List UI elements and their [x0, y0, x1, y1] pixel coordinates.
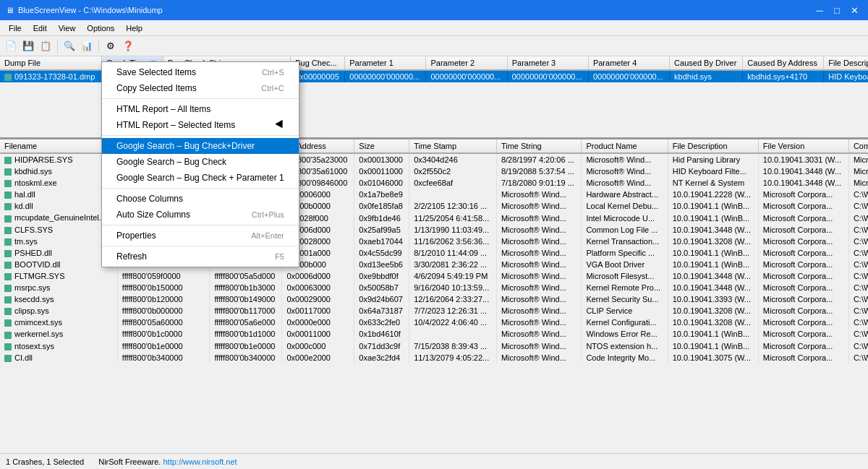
module-cell-5: 4/6/2094 5:49:19 PM — [409, 270, 497, 282]
context-menu-item[interactable]: RefreshF5 — [102, 249, 299, 264]
module-cell-4: 0x25af99a5 — [354, 224, 409, 236]
module-cell-4: 0x64a73187 — [354, 305, 409, 317]
crash-col-dump-file[interactable]: Dump File — [0, 56, 102, 70]
crash-col-parameter-3[interactable]: Parameter 3 — [507, 56, 588, 70]
module-cell-0: ksecdd.sys — [0, 293, 117, 305]
table-row[interactable]: ntosext.sysfffff800'0b1e0000fffff800'0b1… — [0, 340, 868, 352]
toolbar-help[interactable]: ❓ — [120, 38, 136, 54]
module-file-icon — [4, 343, 12, 350]
crash-col-parameter-1[interactable]: Parameter 1 — [345, 56, 426, 70]
menu-file[interactable]: File — [3, 20, 27, 36]
module-cell-3: 0x00117000 — [282, 305, 354, 317]
crash-cell-8: kbdhid.sys — [670, 70, 743, 82]
status-url[interactable]: http://www.nirsoft.net — [163, 457, 237, 466]
module-file-icon — [4, 238, 12, 246]
crash-col-file-description[interactable]: File Description — [824, 56, 868, 70]
module-cell-8: 10.0.19041.1 (WinB... — [668, 259, 758, 270]
menu-help[interactable]: Help — [120, 20, 148, 36]
module-cell-4: 0x00011000 — [354, 165, 409, 177]
module-col-product-name[interactable]: Product Name — [582, 139, 668, 153]
table-row[interactable]: cmimcext.sysfffff800'05a60000fffff800'05… — [0, 317, 868, 328]
module-cell-9: Microsoft Corpora... — [758, 317, 848, 328]
crash-col-parameter-4[interactable]: Parameter 4 — [588, 56, 669, 70]
module-cell-0: msrpc.sys — [0, 282, 117, 293]
module-cell-6: Microsoft® Wind... — [496, 352, 582, 363]
context-menu-item[interactable]: HTML Report – Selected Items — [102, 117, 299, 133]
module-cell-8: 10.0.19041.3208 (W... — [668, 236, 758, 247]
module-cell-0: FLTMGR.SYS — [0, 270, 117, 282]
context-menu-item[interactable]: Save Selected ItemsCtrl+S — [102, 64, 299, 80]
context-menu-item[interactable]: Google Search – Bug Check — [102, 154, 299, 170]
toolbar-save[interactable]: 💾 — [20, 38, 36, 54]
module-cell-10: C:\Windows\syste... — [848, 352, 868, 363]
module-cell-5: 3/30/2081 2:36:22 ... — [409, 259, 497, 270]
context-menu-item[interactable]: Google Search – Bug Check + Parameter 1 — [102, 170, 299, 186]
toolbar-report[interactable]: 📊 — [79, 38, 95, 54]
module-cell-4: 0xd13ee5b6 — [354, 259, 409, 270]
toolbar-settings[interactable]: ⚙ — [103, 38, 119, 54]
module-col-file-version[interactable]: File Version — [758, 139, 848, 153]
close-button[interactable]: ✕ — [846, 2, 862, 18]
module-cell-3: 0x0006d000 — [282, 270, 354, 282]
menu-options[interactable]: Options — [81, 20, 120, 36]
context-menu: Save Selected ItemsCtrl+SCopy Selected I… — [101, 61, 299, 267]
crash-col-caused-by-driver[interactable]: Caused By Driver — [670, 56, 743, 70]
module-cell-3: 0x00063000 — [282, 282, 354, 293]
minimize-button[interactable]: ─ — [812, 2, 827, 18]
menu-edit[interactable]: Edit — [27, 20, 53, 36]
module-file-icon — [4, 168, 12, 176]
module-cell-7: Microsoft® Wind... — [582, 153, 668, 165]
module-cell-0: werkernel.sys — [0, 328, 117, 340]
module-cell-9: Microsoft Corpora... — [758, 305, 848, 317]
maximize-button[interactable]: □ — [829, 2, 845, 18]
module-cell-10: C:\Windows\syste... — [848, 259, 868, 270]
module-cell-5: 12/16/2064 2:33:27... — [409, 293, 497, 305]
toolbar-copy[interactable]: 📋 — [38, 38, 54, 54]
module-cell-7: Windows Error Re... — [582, 328, 668, 340]
table-row[interactable]: FLTMGR.SYSfffff800'059f0000fffff800'05a5… — [0, 270, 868, 282]
module-cell-9: Microsoft Corpora... — [758, 282, 848, 293]
module-col-file-description[interactable]: File Description — [668, 139, 758, 153]
module-cell-7: Kernel Configurati... — [582, 317, 668, 328]
module-cell-6: Microsoft® Wind... — [496, 200, 582, 212]
module-cell-5: 8/1/2010 11:44:09 ... — [409, 247, 497, 259]
context-menu-item[interactable]: Choose Columns — [102, 191, 299, 207]
toolbar-search[interactable]: 🔍 — [61, 38, 77, 54]
module-cell-0: tm.sys — [0, 236, 117, 247]
context-menu-item[interactable]: Copy Selected ItemsCtrl+C — [102, 80, 299, 96]
table-row[interactable]: msrpc.sysfffff800'0b150000fffff800'0b1b3… — [0, 282, 868, 293]
crash-col-caused-by-address[interactable]: Caused By Address — [743, 56, 824, 70]
module-col-company[interactable]: Company — [848, 139, 868, 153]
module-cell-7: Microsoft Filesyst... — [582, 270, 668, 282]
context-menu-item[interactable]: Google Search – Bug Check+Driver — [102, 138, 299, 154]
module-cell-7: Hardware Abstract... — [582, 189, 668, 200]
module-cell-9: Microsoft Corpora... — [758, 200, 848, 212]
module-cell-0: ntosext.sys — [0, 340, 117, 352]
module-cell-5: 2/2/2105 12:30:16 ... — [409, 200, 497, 212]
module-file-icon — [4, 285, 12, 292]
menu-view[interactable]: View — [53, 20, 82, 36]
toolbar-new[interactable]: 📄 — [3, 38, 19, 54]
module-cell-0: PSHED.dll — [0, 247, 117, 259]
table-row[interactable]: ksecdd.sysfffff800'0b120000fffff800'0b14… — [0, 293, 868, 305]
module-col-time-stamp[interactable]: Time Stamp — [409, 139, 497, 153]
context-menu-item[interactable]: HTML Report – All Items — [102, 101, 299, 117]
context-menu-item[interactable]: PropertiesAlt+Enter — [102, 228, 299, 244]
crash-col-parameter-2[interactable]: Parameter 2 — [426, 56, 507, 70]
table-row[interactable]: CI.dllfffff800'0b340000fffff800'0b340000… — [0, 352, 868, 363]
module-cell-2: fffff800'0b1e0000 — [210, 340, 282, 352]
module-cell-9: Microsoft Corpora... — [758, 259, 848, 270]
module-cell-5 — [409, 189, 497, 200]
crash-cell-9: kbdhid.sys+4170 — [743, 70, 824, 82]
module-cell-4: 0x50058b7 — [354, 282, 409, 293]
module-cell-9: Microsoft Corpora... — [758, 247, 848, 259]
module-file-icon — [4, 192, 12, 199]
module-col-size[interactable]: Size — [354, 139, 409, 153]
module-cell-7: Code Integrity Mo... — [582, 352, 668, 363]
table-row[interactable]: clipsp.sysfffff800'0b000000fffff800'0b11… — [0, 305, 868, 317]
context-menu-item-label: Save Selected Items — [116, 67, 196, 77]
context-menu-item[interactable]: Auto Size ColumnsCtrl+Plus — [102, 207, 299, 223]
module-col-time-string[interactable]: Time String — [496, 139, 582, 153]
table-row[interactable]: werkernel.sysfffff800'0b1c0000fffff800'0… — [0, 328, 868, 340]
module-col-filename[interactable]: Filename — [0, 139, 117, 153]
